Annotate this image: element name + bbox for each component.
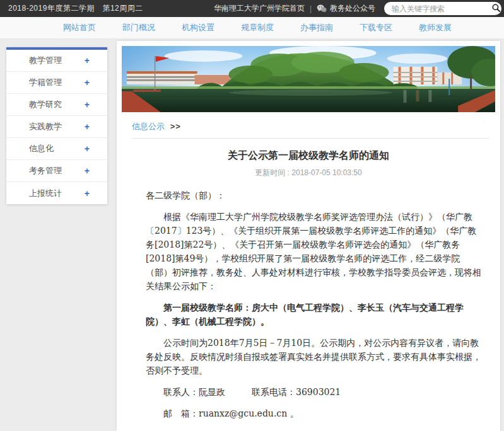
main-navigation: 网站首页 部门概况 机构设置 规章制度 办事指南 下载专区 教师发展 <box>0 17 504 39</box>
sidebar-item-teaching-management[interactable]: 教学管理 + <box>6 50 107 72</box>
sidebar-item-informatization[interactable]: 信息化 + <box>6 138 107 160</box>
expand-plus-icon: + <box>85 144 90 154</box>
topbar-divider: | <box>310 4 312 13</box>
paragraph-winners: 第一届校级教学名师：房大中（电气工程学院）、李长玉（汽车与交通工程学院）、李虹（… <box>146 301 483 328</box>
expand-plus-icon: + <box>85 78 90 88</box>
nav-item-overview[interactable]: 部门概况 <box>116 20 161 36</box>
paragraph-contact: 联系人：阮显政 联系电话：36903021 <box>146 385 483 399</box>
paragraph-salutation: 各二级学院（部）： <box>146 188 483 202</box>
expand-plus-icon: + <box>85 188 90 198</box>
breadcrumb-arrows: >> <box>170 122 181 131</box>
sidebar-item-label: 实践教学 <box>29 121 62 132</box>
sidebar-item-label: 教学管理 <box>29 55 62 66</box>
nav-item-regulations[interactable]: 规章制度 <box>235 20 280 36</box>
sidebar-item-label: 信息化 <box>29 143 54 154</box>
paragraph-email: 邮 箱：ruanxz@gcu.edu.cn 。 <box>146 406 483 420</box>
campus-banner-photo <box>122 46 495 112</box>
search-box <box>384 2 501 15</box>
paragraph-publicity-period: 公示时间为2018年7月5日－7月10日。公示期内，对公示内容有异议者，请向教务… <box>146 336 483 377</box>
magnifier-icon <box>492 4 500 14</box>
nav-item-structure[interactable]: 机构设置 <box>175 20 221 36</box>
sidebar-item-exam-management[interactable]: 考务管理 + <box>6 160 107 182</box>
sidebar-item-student-records[interactable]: 学籍管理 + <box>6 72 107 94</box>
search-input[interactable] <box>384 4 492 13</box>
top-utility-bar: 2018-2019年度第二学期 第12周周二 华南理工大学广州学院首页 | 教务… <box>0 0 504 17</box>
breadcrumb: 信息公示 >> <box>132 121 489 139</box>
nav-item-teacher-dev[interactable]: 教师发展 <box>413 20 458 36</box>
sidebar-menu: 教学管理 + 学籍管理 + 教学研究 + 实践教学 + 信息化 + 考务管理 +… <box>6 47 107 204</box>
sidebar-item-label: 学籍管理 <box>29 77 62 88</box>
expand-plus-icon: + <box>85 100 90 110</box>
article-body: 各二级学院（部）： 根据《华南理工大学广州学院校级教学名师奖评选管理办法（试行）… <box>122 188 495 431</box>
article-update-time: 更新时间 : 2018-07-05 10:03:50 <box>122 168 495 178</box>
search-button[interactable] <box>492 2 501 15</box>
article-title: 关于公示第一届校级教学名师的通知 <box>122 149 495 163</box>
nav-item-downloads[interactable]: 下载专区 <box>353 20 399 36</box>
sidebar-item-report-statistics[interactable]: 上报统计 + <box>6 182 107 204</box>
expand-plus-icon: + <box>85 122 90 132</box>
expand-plus-icon: + <box>85 55 90 66</box>
university-home-link[interactable]: 华南理工大学广州学院首页 <box>214 3 305 14</box>
sidebar-item-label: 考务管理 <box>29 165 62 176</box>
sidebar-item-label: 教学研究 <box>29 99 62 110</box>
sidebar-item-label: 上报统计 <box>29 188 62 199</box>
main-content-panel: 信息公示 >> 关于公示第一届校级教学名师的通知 更新时间 : 2018-07-… <box>117 41 500 431</box>
sidebar-item-practical-teaching[interactable]: 实践教学 + <box>6 116 107 138</box>
semester-week-label: 2018-2019年度第二学期 第12周周二 <box>8 3 143 14</box>
wechat-icon <box>317 4 327 13</box>
paragraph-basis: 根据《华南理工大学广州学院校级教学名师奖评选管理办法（试行）》（华广教〔2017… <box>146 210 483 293</box>
nav-item-home[interactable]: 网站首页 <box>57 20 102 36</box>
sidebar-item-teaching-research[interactable]: 教学研究 + <box>6 94 107 116</box>
nav-item-guide[interactable]: 办事指南 <box>294 20 339 36</box>
breadcrumb-link-info-publicity[interactable]: 信息公示 <box>132 122 165 131</box>
wechat-label: 教务处公众号 <box>330 3 375 14</box>
expand-plus-icon: + <box>85 166 90 176</box>
wechat-public-account-link[interactable]: 教务处公众号 <box>317 3 375 14</box>
